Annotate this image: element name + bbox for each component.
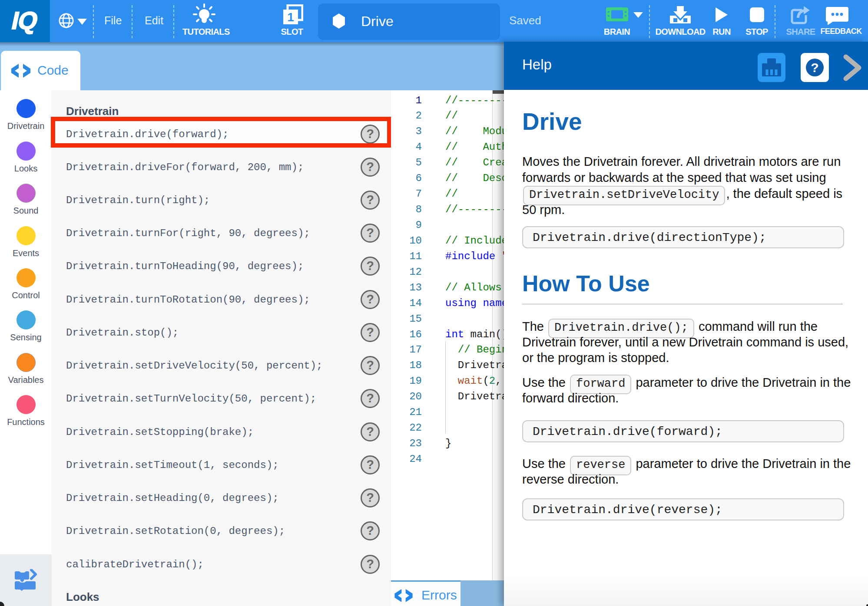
svg-text:1: 1 (287, 10, 294, 24)
